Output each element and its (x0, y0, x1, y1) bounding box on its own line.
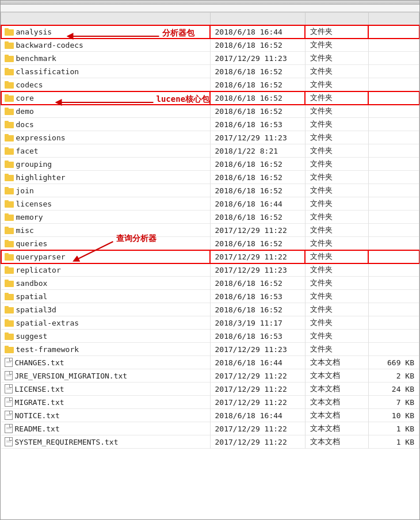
file-type: 文件夹 (305, 105, 368, 118)
file-name: JRE_VERSION_MIGRATION.txt (15, 372, 128, 380)
table-row[interactable]: classification2018/6/18 16:52文件夹 (1, 65, 419, 78)
file-date: 2018/6/18 16:44 (210, 25, 305, 39)
table-row[interactable]: suggest2018/6/18 16:53文件夹 (1, 330, 419, 343)
table-row[interactable]: queryparser2017/12/29 11:22文件夹 (1, 250, 419, 263)
table-row[interactable]: misc2017/12/29 11:22文件夹 (1, 224, 419, 237)
burn-button[interactable] (5, 7, 10, 9)
table-row[interactable]: CHANGES.txt2018/6/18 16:44文本文档669 KB (1, 356, 419, 369)
table-row[interactable]: spatial3d2018/6/18 16:52文件夹 (1, 303, 419, 316)
file-size (368, 39, 419, 52)
file-date: 2018/6/18 16:52 (210, 39, 305, 52)
table-row[interactable]: highlighter2018/6/18 16:52文件夹 (1, 171, 419, 184)
table-row[interactable]: spatial-extras2018/3/19 11:17文件夹 (1, 316, 419, 330)
file-size: 1 KB (368, 422, 419, 435)
file-size (368, 290, 419, 303)
folder-icon (5, 160, 14, 168)
file-type: 文件夹 (305, 78, 368, 91)
file-size (368, 263, 419, 277)
file-type: 文件夹 (305, 263, 368, 277)
table-row[interactable]: licenses2018/6/18 16:44文件夹 (1, 197, 419, 211)
file-name: spatial3d (16, 305, 56, 314)
table-row[interactable]: JRE_VERSION_MIGRATION.txt2017/12/29 11:2… (1, 369, 419, 383)
folder-icon (5, 200, 14, 208)
table-row[interactable]: README.txt2017/12/29 11:22文本文档1 KB (1, 422, 419, 435)
file-size (368, 105, 419, 118)
folder-icon (5, 332, 14, 340)
file-date: 2018/6/18 16:44 (210, 356, 305, 369)
file-name: demo (16, 107, 34, 116)
file-type: 文件夹 (305, 91, 368, 105)
file-date: 2018/6/18 16:52 (210, 158, 305, 171)
file-size (368, 330, 419, 343)
table-row[interactable]: demo2018/6/18 16:52文件夹 (1, 105, 419, 118)
file-name: facet (16, 147, 39, 155)
table-row[interactable]: core2018/6/18 16:52文件夹 (1, 91, 419, 105)
table-row[interactable]: codecs2018/6/18 16:52文件夹 (1, 78, 419, 91)
table-row[interactable]: spatial2018/6/18 16:53文件夹 (1, 290, 419, 303)
file-icon (5, 411, 13, 420)
file-date: 2017/12/29 11:22 (210, 250, 305, 263)
col-header-name[interactable] (1, 13, 211, 25)
file-list-container: analysis2018/6/18 16:44文件夹backward-codec… (1, 12, 419, 519)
folder-icon (5, 174, 14, 181)
table-row[interactable]: analysis2018/6/18 16:44文件夹 (1, 25, 419, 39)
file-date: 2018/6/18 16:52 (210, 184, 305, 197)
file-date: 2018/6/18 16:44 (210, 409, 305, 422)
file-name: LICENSE.txt (15, 385, 64, 393)
file-date: 2018/6/18 16:52 (210, 171, 305, 184)
file-type: 文本文档 (305, 409, 368, 422)
file-size (368, 91, 419, 105)
file-type: 文件夹 (305, 316, 368, 330)
table-row[interactable]: grouping2018/6/18 16:52文件夹 (1, 158, 419, 171)
file-size (368, 316, 419, 330)
folder-icon (5, 227, 14, 234)
file-name: classification (16, 67, 79, 76)
folder-icon (5, 306, 14, 313)
table-row[interactable]: MIGRATE.txt2017/12/29 11:22文本文档7 KB (1, 396, 419, 409)
table-row[interactable]: queries2018/6/18 16:52文件夹 (1, 237, 419, 250)
file-icon (5, 358, 13, 367)
file-name: grouping (16, 160, 52, 169)
table-row[interactable]: SYSTEM_REQUIREMENTS.txt2017/12/29 11:22文… (1, 435, 419, 449)
file-date: 2018/6/18 16:52 (210, 65, 305, 78)
file-size (368, 171, 419, 184)
file-size (368, 237, 419, 250)
file-type: 文件夹 (305, 118, 368, 131)
file-size: 10 KB (368, 409, 419, 422)
table-row[interactable]: LICENSE.txt2017/12/29 11:22文本文档24 KB (1, 383, 419, 396)
table-row[interactable]: facet2018/1/22 8:21文件夹 (1, 144, 419, 158)
file-type: 文件夹 (305, 303, 368, 316)
col-header-date (210, 13, 305, 25)
file-date: 2017/12/29 11:22 (210, 369, 305, 383)
table-row[interactable]: expressions2017/12/29 11:23文件夹 (1, 131, 419, 144)
file-type: 文件夹 (305, 184, 368, 197)
file-size (368, 343, 419, 356)
file-size: 669 KB (368, 356, 419, 369)
table-row[interactable]: benchmark2017/12/29 11:23文件夹 (1, 52, 419, 65)
folder-icon (5, 55, 14, 62)
file-name: docs (16, 120, 34, 129)
file-type: 文件夹 (305, 343, 368, 356)
table-row[interactable]: join2018/6/18 16:52文件夹 (1, 184, 419, 197)
table-row[interactable]: replicator2017/12/29 11:23文件夹 (1, 263, 419, 277)
file-size (368, 118, 419, 131)
file-type: 文件夹 (305, 250, 368, 263)
folder-icon (5, 319, 14, 327)
table-row[interactable]: sandbox2018/6/18 16:52文件夹 (1, 277, 419, 290)
table-row[interactable]: test-framework2017/12/29 11:23文件夹 (1, 343, 419, 356)
new-folder-button[interactable] (17, 7, 21, 9)
folder-icon (5, 213, 14, 221)
file-size: 1 KB (368, 435, 419, 449)
file-size (368, 197, 419, 211)
file-type: 文件夹 (305, 65, 368, 78)
table-row[interactable]: memory2018/6/18 16:52文件夹 (1, 211, 419, 224)
file-type: 文本文档 (305, 369, 368, 383)
file-name: expressions (16, 133, 66, 142)
table-row[interactable]: docs2018/6/18 16:53文件夹 (1, 118, 419, 131)
file-type: 文件夹 (305, 52, 368, 65)
table-row[interactable]: backward-codecs2018/6/18 16:52文件夹 (1, 39, 419, 52)
file-name: suggest (16, 332, 48, 341)
file-date: 2017/12/29 11:22 (210, 422, 305, 435)
file-date: 2017/12/29 11:22 (210, 224, 305, 237)
table-row[interactable]: NOTICE.txt2018/6/18 16:44文本文档10 KB (1, 409, 419, 422)
